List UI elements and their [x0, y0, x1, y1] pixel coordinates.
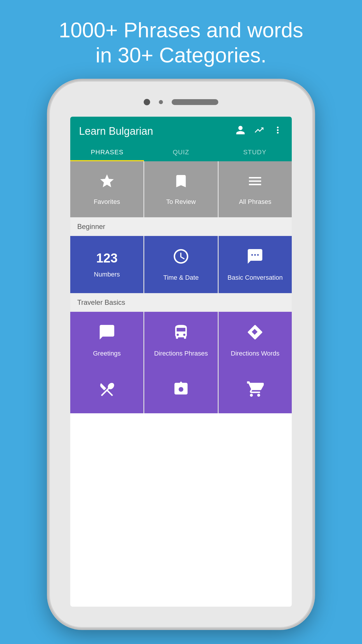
- directions-phrases-label: Directions Phrases: [154, 350, 208, 357]
- numbers-label: Numbers: [94, 271, 120, 278]
- cart-icon: [246, 381, 264, 402]
- phone-screen: Learn Bulgarian: [70, 117, 292, 607]
- all-phrases-cell[interactable]: All Phrases: [219, 161, 292, 217]
- app-header: Learn Bulgarian: [70, 117, 292, 161]
- basic-conversation-cell[interactable]: Basic Conversation: [219, 236, 292, 293]
- chat-icon: [246, 248, 264, 269]
- menu-icon: [247, 173, 263, 193]
- all-phrases-label: All Phrases: [239, 198, 271, 206]
- star-icon: [99, 173, 115, 193]
- utensils-icon: [98, 381, 116, 402]
- directions-words-cell[interactable]: Directions Words: [219, 312, 292, 369]
- phone-camera-area: [50, 82, 312, 117]
- person-icon[interactable]: [235, 125, 246, 137]
- speech-icon: [98, 323, 116, 344]
- numbers-icon: 123: [96, 251, 117, 265]
- greetings-cell[interactable]: Greetings: [70, 312, 143, 369]
- app-content: Favorites To Review: [70, 161, 292, 413]
- phone-frame: Learn Bulgarian: [50, 82, 312, 627]
- speaker-bar: [172, 99, 218, 105]
- tab-quiz[interactable]: QUIZ: [144, 143, 218, 161]
- bookmark-icon: [173, 173, 189, 193]
- basic-conversation-label: Basic Conversation: [228, 274, 283, 281]
- app-title: Learn Bulgarian: [79, 125, 153, 137]
- top-grid: Favorites To Review: [70, 161, 292, 217]
- clock-icon: [172, 248, 190, 269]
- directions-words-label: Directions Words: [231, 350, 280, 357]
- section-beginner-header: Beginner: [70, 217, 292, 236]
- bus-icon: [172, 323, 190, 344]
- food-cell[interactable]: [70, 369, 143, 413]
- shopping-cell[interactable]: [219, 369, 292, 413]
- app-tabs: PHRASES QUIZ STUDY: [70, 143, 292, 161]
- beginner-grid: 123 Numbers Time & Date: [70, 236, 292, 293]
- to-review-label: To Review: [166, 198, 196, 206]
- trending-up-icon[interactable]: [254, 125, 264, 137]
- section-traveler-header: Traveler Basics: [70, 293, 292, 312]
- to-review-cell[interactable]: To Review: [144, 161, 217, 217]
- favorites-cell[interactable]: Favorites: [70, 161, 143, 217]
- time-date-label: Time & Date: [163, 274, 198, 281]
- camera-cell[interactable]: [144, 369, 217, 413]
- hero-line1: 1000+ Phrases and words: [23, 18, 339, 43]
- directions-phrases-cell[interactable]: Directions Phrases: [144, 312, 217, 369]
- more-vert-icon[interactable]: [273, 125, 283, 137]
- favorites-label: Favorites: [94, 198, 120, 206]
- app-toolbar: Learn Bulgarian: [70, 117, 292, 143]
- hero-text: 1000+ Phrases and words in 30+ Categorie…: [0, 0, 362, 80]
- bottom-grid: [70, 369, 292, 413]
- direction-sign-icon: [246, 323, 264, 344]
- sensor-dot: [159, 100, 163, 104]
- time-date-cell[interactable]: Time & Date: [144, 236, 217, 293]
- numbers-cell[interactable]: 123 Numbers: [70, 236, 143, 293]
- greetings-label: Greetings: [93, 350, 121, 357]
- hero-line2: in 30+ Categories.: [23, 43, 339, 68]
- tab-phrases[interactable]: PHRASES: [70, 143, 144, 161]
- camera-icon: [172, 381, 190, 402]
- traveler-grid: Greetings Directions Phrases: [70, 312, 292, 369]
- tab-study[interactable]: STUDY: [218, 143, 292, 161]
- toolbar-icons: [235, 125, 283, 137]
- camera-dot: [144, 99, 150, 105]
